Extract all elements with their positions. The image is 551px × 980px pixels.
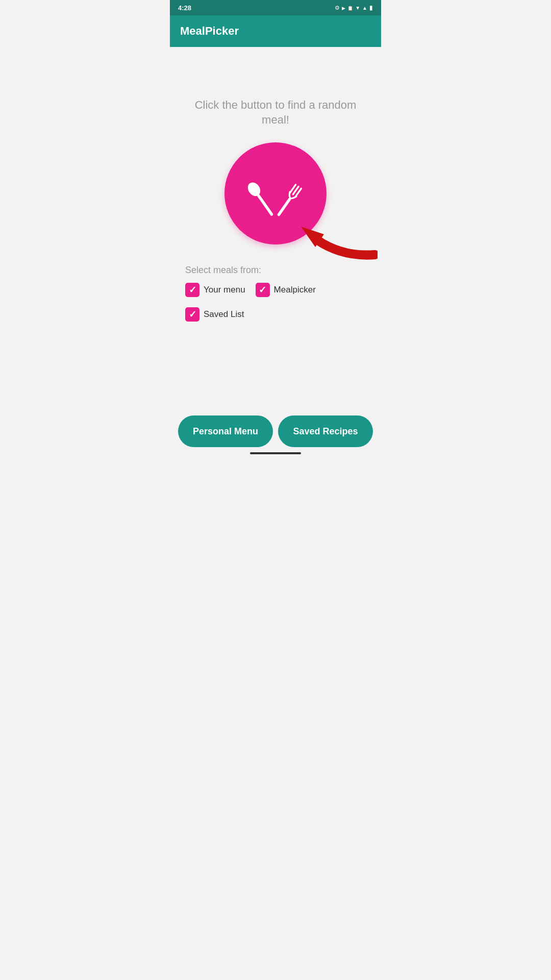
- checkbox-your-menu[interactable]: ✓ Your menu: [185, 283, 245, 297]
- meal-button-container: [224, 142, 327, 244]
- battery-icon: [369, 4, 373, 11]
- checkbox-saved-list-label: Saved List: [204, 309, 244, 320]
- settings-icon: [335, 5, 340, 11]
- app-bar: MealPicker: [170, 15, 381, 47]
- status-icons: [335, 4, 373, 11]
- app-title: MealPicker: [180, 24, 239, 38]
- status-bar: 4:28: [170, 0, 381, 15]
- checkbox-mealpicker-box: ✓: [256, 283, 270, 297]
- meals-section: Select meals from: ✓ Your menu ✓ Mealpic…: [180, 260, 371, 327]
- svg-rect-5: [277, 198, 291, 216]
- checkmark-your-menu: ✓: [189, 284, 196, 296]
- tagline: Click the button to find a random meal!: [180, 98, 371, 127]
- svg-point-0: [247, 180, 263, 199]
- checkbox-mealpicker-label: Mealpicker: [274, 285, 316, 295]
- svg-rect-1: [257, 194, 273, 216]
- checkmark-saved-list: ✓: [189, 309, 196, 320]
- checkbox-your-menu-label: Your menu: [204, 285, 245, 295]
- red-arrow-icon: [296, 219, 378, 260]
- meals-from-label: Select meals from:: [185, 265, 366, 276]
- personal-menu-button[interactable]: Personal Menu: [178, 415, 273, 447]
- main-content: Click the button to find a random meal!: [170, 47, 381, 457]
- clipboard-icon: [347, 5, 353, 11]
- home-indicator: [250, 452, 301, 454]
- fork-spoon-icon: [247, 165, 304, 222]
- saved-recipes-button[interactable]: Saved Recipes: [278, 415, 373, 447]
- checkmark-mealpicker: ✓: [259, 284, 266, 296]
- checkbox-mealpicker[interactable]: ✓ Mealpicker: [256, 283, 316, 297]
- checkboxes-row: ✓ Your menu ✓ Mealpicker ✓ Saved List: [185, 283, 366, 322]
- checkbox-saved-list[interactable]: ✓ Saved List: [185, 307, 244, 322]
- bottom-buttons: Personal Menu Saved Recipes: [178, 415, 373, 447]
- checkbox-your-menu-box: ✓: [185, 283, 199, 297]
- signal-icon: [362, 5, 367, 11]
- status-time: 4:28: [178, 4, 191, 12]
- svg-rect-3: [292, 185, 299, 195]
- play-icon: [342, 5, 345, 11]
- wifi-icon: [355, 5, 360, 11]
- checkbox-saved-list-box: ✓: [185, 307, 199, 322]
